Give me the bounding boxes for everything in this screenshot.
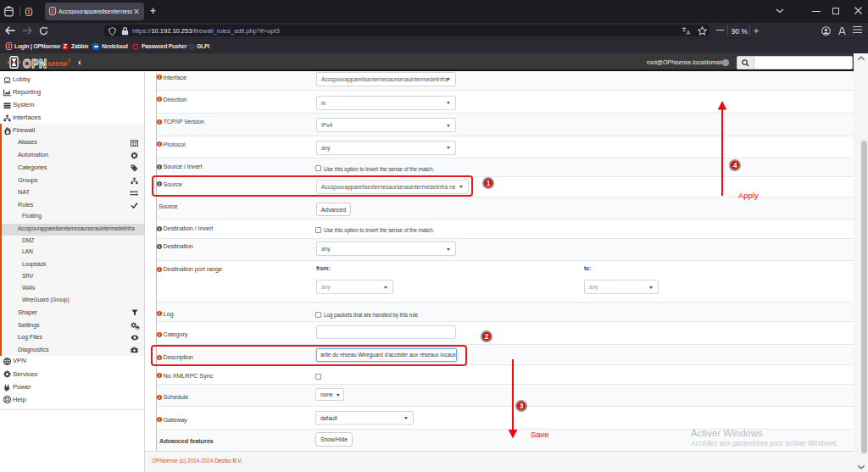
svg-text:A: A: [687, 30, 691, 36]
